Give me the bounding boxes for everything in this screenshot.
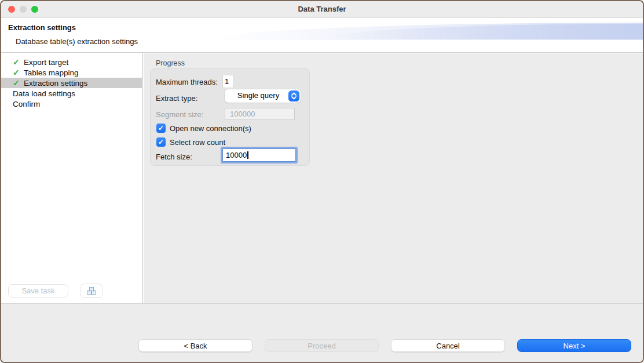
wizard-steps-sidebar: ✓ Export target ✓ Tables mapping ✓ Extra… xyxy=(1,53,143,303)
step-label: Export target xyxy=(24,58,68,67)
open-new-connections-label[interactable]: Open new connection(s) xyxy=(170,124,251,133)
step-tables-mapping[interactable]: ✓ Tables mapping xyxy=(1,67,142,78)
step-label: Tables mapping xyxy=(24,68,79,77)
step-export-target[interactable]: ✓ Export target xyxy=(1,57,142,67)
page-title: Extraction settings xyxy=(8,23,76,32)
max-threads-label: Maximum threads: xyxy=(156,78,218,86)
fetch-size-label: Fetch size: xyxy=(156,153,192,161)
fetch-size-input[interactable]: 10000 xyxy=(222,148,296,162)
step-label: Data load settings xyxy=(13,89,75,98)
max-threads-input[interactable]: 1 xyxy=(222,75,233,88)
wizard-banner: Extraction settings Database table(s) ex… xyxy=(1,18,643,53)
next-button[interactable]: Next > xyxy=(517,339,631,352)
extract-type-value: Single query xyxy=(230,91,286,100)
segment-size-label: Segment size: xyxy=(156,110,203,119)
open-new-connections-checkbox[interactable]: ✓ xyxy=(156,124,166,133)
back-button[interactable]: < Back xyxy=(138,339,253,352)
progress-group-title: Progress xyxy=(156,59,185,67)
save-task-button[interactable]: Save task xyxy=(8,284,68,297)
fetch-size-value: 10000 xyxy=(226,151,247,159)
window: Data Transfer Extraction settings Databa… xyxy=(0,0,644,363)
save-task-row: Save task xyxy=(8,284,103,298)
check-icon: ✓ xyxy=(13,78,24,88)
check-icon: ✓ xyxy=(13,57,24,67)
stacked-boxes-icon xyxy=(86,286,97,295)
step-list: ✓ Export target ✓ Tables mapping ✓ Extra… xyxy=(1,57,142,109)
extract-type-label: Extract type: xyxy=(156,94,197,103)
data-transfer-dialog: Data Transfer Extraction settings Databa… xyxy=(0,0,644,363)
proceed-button: Proceed xyxy=(265,339,379,352)
wizard-body: ✓ Export target ✓ Tables mapping ✓ Extra… xyxy=(1,53,643,303)
titlebar: Data Transfer xyxy=(1,1,643,18)
step-data-load-settings[interactable]: Data load settings xyxy=(1,88,142,99)
segment-size-input: 100000 xyxy=(225,108,295,120)
task-settings-button[interactable] xyxy=(80,284,103,298)
step-extraction-settings[interactable]: ✓ Extraction settings xyxy=(1,78,142,88)
step-label: Confirm xyxy=(13,100,40,108)
select-row-count-label[interactable]: Select row count xyxy=(170,138,225,147)
check-icon: ✓ xyxy=(13,67,24,78)
step-label: Extraction settings xyxy=(24,79,87,88)
extract-type-select[interactable]: Single query xyxy=(225,89,301,103)
select-row-count-checkbox[interactable]: ✓ xyxy=(156,137,166,147)
chevron-up-down-icon xyxy=(288,90,299,101)
text-caret xyxy=(247,151,248,159)
button-bar: < Back Proceed Cancel Next > xyxy=(1,304,643,362)
cancel-button[interactable]: Cancel xyxy=(391,339,505,352)
window-title: Data Transfer xyxy=(1,5,643,13)
extraction-settings-panel: Progress Maximum threads: 1 Extract type… xyxy=(144,53,643,303)
page-subtitle: Database table(s) extraction settings xyxy=(16,37,138,46)
step-confirm[interactable]: Confirm xyxy=(1,99,142,109)
